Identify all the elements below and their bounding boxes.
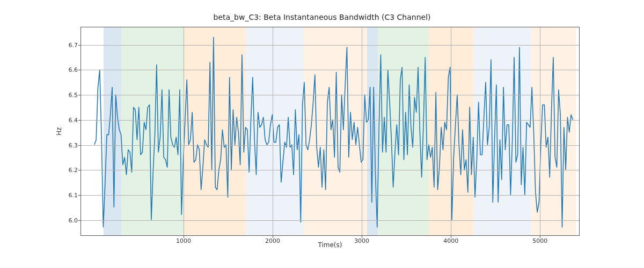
y-tick-label: 6.0 <box>69 217 78 224</box>
plot-area: 100020003000400050006.06.16.26.36.46.56.… <box>81 27 579 235</box>
grid-line <box>81 120 579 121</box>
y-tick-label: 6.1 <box>69 191 78 198</box>
y-tick-label: 6.4 <box>69 116 78 123</box>
grid-line <box>81 145 579 146</box>
y-tick <box>78 170 81 170</box>
grid-line <box>81 220 579 221</box>
grid-line <box>81 45 579 46</box>
y-tick <box>78 195 81 196</box>
y-tick-label: 6.7 <box>69 41 78 48</box>
y-axis-label: Hz <box>54 27 64 236</box>
y-tick-label: 6.2 <box>69 167 78 174</box>
grid-line <box>362 27 362 235</box>
y-tick-label: 6.5 <box>69 92 78 99</box>
grid-line <box>81 70 579 70</box>
chart-title: beta_bw_C3: Beta Instantaneous Bandwidth… <box>0 13 644 21</box>
grid-line <box>81 95 579 95</box>
line-series <box>81 27 579 236</box>
y-tick <box>78 70 81 70</box>
y-tick <box>78 45 81 46</box>
y-tick-label: 6.6 <box>69 66 78 73</box>
figure: beta_bw_C3: Beta Instantaneous Bandwidth… <box>0 0 644 268</box>
y-tick <box>78 220 81 221</box>
y-tick <box>78 145 81 146</box>
grid-line <box>81 195 579 196</box>
grid-line <box>540 27 540 235</box>
grid-line <box>451 27 451 235</box>
y-tick <box>78 120 81 121</box>
grid-line <box>273 27 273 235</box>
y-tick-label: 6.3 <box>69 142 78 148</box>
grid-line <box>81 170 579 170</box>
grid-line <box>184 27 184 235</box>
x-axis-label: Time(s) <box>80 241 580 249</box>
axes: 100020003000400050006.06.16.26.36.46.56.… <box>80 27 580 236</box>
beta-bw-c3-line <box>94 38 573 227</box>
y-tick <box>78 95 81 95</box>
